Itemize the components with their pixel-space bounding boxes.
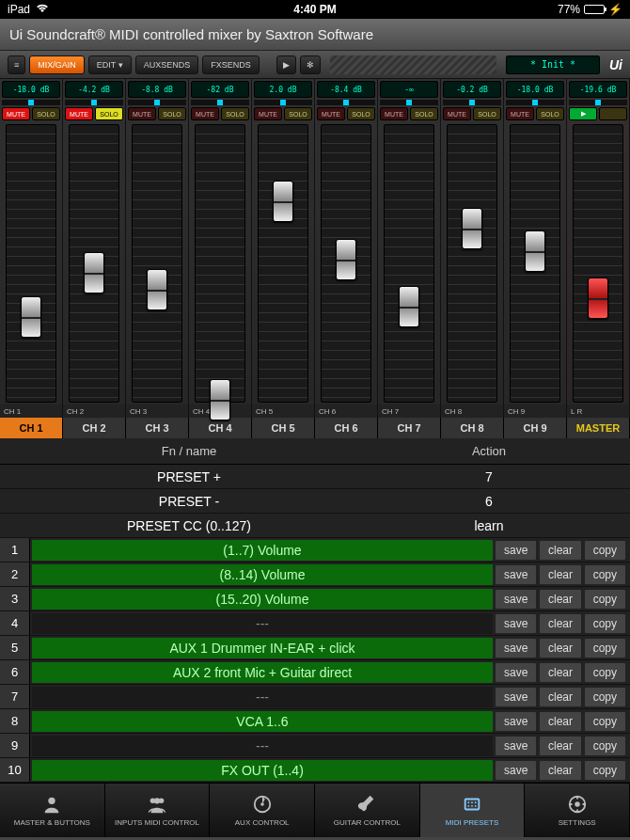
save-button[interactable]: save (495, 662, 537, 683)
pan-slider[interactable] (506, 100, 564, 105)
pan-slider[interactable] (191, 100, 249, 105)
solo-button[interactable]: SOLO (95, 107, 123, 120)
aux-sends-button[interactable]: AUXSENDS (135, 55, 199, 74)
fader-knob[interactable] (147, 269, 167, 310)
copy-button[interactable]: copy (584, 736, 626, 756)
fader-track[interactable] (6, 124, 56, 403)
fader-knob[interactable] (399, 286, 419, 327)
pan-slider[interactable] (317, 100, 375, 105)
mute-button[interactable]: MUTE (191, 107, 219, 120)
mute-button[interactable]: MUTE (254, 107, 282, 120)
bottom-tab[interactable]: AUX CONTROL (210, 784, 315, 837)
fader-knob[interactable] (588, 277, 608, 319)
edit-button[interactable]: EDIT ▾ (88, 55, 132, 74)
fader-knob[interactable] (273, 181, 293, 222)
clear-button[interactable]: clear (539, 760, 581, 781)
bottom-tab[interactable]: SETTINGS (525, 784, 630, 837)
settings-button[interactable]: ✻ (300, 55, 321, 74)
clear-button[interactable]: clear (539, 736, 581, 756)
preset-label[interactable]: AUX 2 front Mic + Guitar direct (32, 662, 493, 683)
mute-button[interactable]: MUTE (443, 107, 471, 120)
preset-label[interactable]: --- (32, 736, 493, 756)
preset-label[interactable]: --- (32, 687, 493, 707)
pan-slider[interactable] (128, 100, 186, 105)
save-button[interactable]: save (495, 564, 537, 585)
clear-button[interactable]: clear (539, 564, 581, 585)
fader-track[interactable] (321, 124, 371, 403)
channel-tab[interactable]: CH 2 (63, 418, 126, 438)
save-button[interactable]: save (495, 540, 537, 561)
copy-button[interactable]: copy (584, 589, 626, 610)
fader-knob[interactable] (84, 252, 104, 293)
mute-button[interactable]: MUTE (380, 107, 408, 120)
clear-button[interactable]: clear (539, 711, 581, 732)
copy-button[interactable]: copy (584, 711, 626, 732)
channel-tab[interactable]: CH 3 (126, 418, 189, 438)
save-button[interactable]: save (495, 638, 537, 658)
solo-button[interactable]: SOLO (221, 107, 249, 120)
copy-button[interactable]: copy (584, 662, 626, 683)
preset-action-value[interactable]: 7 (348, 469, 630, 484)
pan-slider[interactable] (380, 100, 438, 105)
channel-tab[interactable]: CH 6 (315, 418, 378, 438)
preset-label[interactable]: (15..20) Volume (32, 589, 493, 610)
copy-button[interactable]: copy (584, 687, 626, 707)
solo-button[interactable]: SOLO (158, 107, 186, 120)
copy-button[interactable]: copy (584, 613, 626, 634)
fader-track[interactable] (447, 124, 497, 403)
solo-button[interactable]: SOLO (32, 107, 60, 120)
pan-slider[interactable] (65, 100, 123, 105)
bottom-tab[interactable]: INPUTS MIDI CONTROL (105, 784, 211, 837)
fader-track[interactable] (132, 124, 182, 403)
preset-action-value[interactable]: learn (348, 518, 630, 533)
preset-label[interactable]: VCA 1..6 (32, 711, 493, 732)
fader-track[interactable] (510, 124, 560, 403)
menu-button[interactable]: ≡ (8, 55, 25, 74)
bottom-tab[interactable]: MASTER & BUTTONS (0, 784, 105, 837)
solo-button[interactable]: SOLO (473, 107, 501, 120)
fader-knob[interactable] (21, 296, 41, 338)
mute-button[interactable]: MUTE (506, 107, 534, 120)
copy-button[interactable]: copy (584, 564, 626, 585)
fader-track[interactable] (69, 124, 119, 403)
clear-button[interactable]: clear (539, 638, 581, 658)
clear-button[interactable]: clear (539, 687, 581, 707)
master-solo-button[interactable] (599, 107, 627, 120)
preset-label[interactable]: FX OUT (1..4) (32, 760, 493, 781)
preset-label[interactable]: (8..14) Volume (32, 564, 493, 585)
save-button[interactable]: save (495, 736, 537, 756)
channel-tab[interactable]: CH 1 (0, 418, 63, 438)
fader-track[interactable] (573, 124, 623, 403)
mute-button[interactable]: MUTE (2, 107, 30, 120)
bottom-tab[interactable]: MIDI PRESETS (420, 784, 526, 837)
fader-track[interactable] (384, 124, 434, 403)
save-button[interactable]: save (495, 613, 537, 634)
solo-button[interactable]: SOLO (284, 107, 312, 120)
clear-button[interactable]: clear (539, 540, 581, 561)
master-play-button[interactable]: ▶ (569, 107, 597, 120)
bottom-tab[interactable]: GUITAR CONTROL (315, 784, 420, 837)
channel-tab[interactable]: CH 8 (441, 418, 504, 438)
channel-tab-master[interactable]: MASTER (567, 418, 630, 438)
save-button[interactable]: save (495, 687, 537, 707)
copy-button[interactable]: copy (584, 638, 626, 658)
mute-button[interactable]: MUTE (317, 107, 345, 120)
clear-button[interactable]: clear (539, 613, 581, 634)
save-button[interactable]: save (495, 589, 537, 610)
preset-action-value[interactable]: 6 (348, 494, 630, 509)
save-button[interactable]: save (495, 711, 537, 732)
fader-track[interactable] (195, 124, 245, 403)
fader-knob[interactable] (462, 208, 482, 249)
pan-slider[interactable] (254, 100, 312, 105)
copy-button[interactable]: copy (584, 760, 626, 781)
save-button[interactable]: save (495, 760, 537, 781)
fader-knob[interactable] (210, 379, 230, 420)
mute-button[interactable]: MUTE (128, 107, 156, 120)
copy-button[interactable]: copy (584, 540, 626, 561)
clear-button[interactable]: clear (539, 662, 581, 683)
preset-label[interactable]: AUX 1 Drummer IN-EAR + click (32, 638, 493, 658)
mix-gain-button[interactable]: MIX/GAIN (29, 55, 85, 74)
channel-tab[interactable]: CH 9 (504, 418, 567, 438)
solo-button[interactable]: SOLO (347, 107, 375, 120)
fx-sends-button[interactable]: FXSENDS (202, 55, 260, 74)
